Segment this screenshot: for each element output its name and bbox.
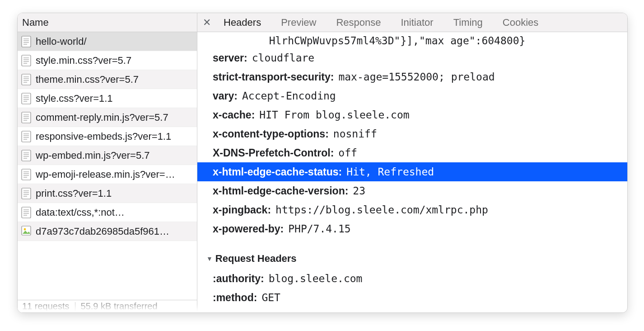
header-key: x-html-edge-cache-version: [213,184,348,198]
headers-body: xxxxxxxxxHlrhCWpWuvps57ml4%3D"}],"max_ag… [197,32,627,312]
name-column-header[interactable]: Name [18,13,197,32]
document-file-icon [21,93,31,104]
request-list-pane: Name hello-world/style.min.css?ver=5.7th… [18,13,197,312]
svg-rect-35 [22,169,31,180]
tab-response[interactable]: Response [326,17,391,28]
header-row[interactable]: strict-transport-security:max-age=155520… [213,67,627,86]
header-value: max-age=15552000; preload [338,70,495,84]
header-row[interactable]: x-powered-by:PHP/7.4.15 [213,219,627,238]
header-key: vary: [213,89,238,103]
header-row[interactable]: x-cache:HIT From blog.sleele.com [213,105,627,124]
request-label: style.css?ver=1.1 [36,93,113,104]
document-file-icon [21,36,31,47]
header-key: strict-transport-security: [213,70,334,84]
request-label: hello-world/ [36,36,87,47]
header-value: GET [261,291,280,304]
triangle-down-icon: ▼ [206,255,213,262]
devtools-window: Name hello-world/style.min.css?ver=5.7th… [17,13,628,313]
header-value: Hit, Refreshed [346,165,434,179]
header-row[interactable]: server:cloudflare [213,48,627,67]
request-list: hello-world/style.min.css?ver=5.7theme.m… [18,32,197,300]
request-label: wp-emoji-release.min.js?ver=… [36,169,175,180]
svg-rect-40 [22,188,31,199]
header-row[interactable]: X-DNS-Prefetch-Control:off [213,143,627,162]
request-headers-title: Request Headers [215,253,297,265]
header-row[interactable]: x-pingback:https://blog.sleele.com/xmlrp… [213,200,627,219]
document-file-icon [21,150,31,161]
header-value: nosniff [333,127,377,141]
header-row[interactable]: :authority:blog.sleele.com [213,269,627,288]
header-row[interactable]: x-content-type-options:nosniff [213,124,627,143]
header-key: :method: [213,291,257,304]
header-key: x-content-type-options: [213,127,329,141]
request-row[interactable]: theme.min.css?ver=5.7 [18,70,197,89]
request-row[interactable]: style.css?ver=1.1 [18,89,197,108]
header-value: blog.sleele.com [269,272,363,285]
header-key: :authority: [213,272,264,285]
details-pane: ✕ HeadersPreviewResponseInitiatorTimingC… [197,13,627,312]
truncated-header-line: xxxxxxxxxHlrhCWpWuvps57ml4%3D"}],"max_ag… [213,35,627,47]
tab-initiator[interactable]: Initiator [391,17,443,28]
document-file-icon [21,74,31,85]
document-file-icon [21,169,31,180]
svg-rect-30 [22,150,31,161]
tab-timing[interactable]: Timing [443,17,493,28]
header-value: HIT From blog.sleele.com [259,108,409,122]
svg-rect-25 [22,131,31,142]
status-bar: 11 requests 55.9 kB transferred [18,300,197,312]
request-row[interactable]: wp-embed.min.js?ver=5.7 [18,146,197,165]
header-value: cloudflare [252,51,314,65]
svg-rect-10 [22,74,31,85]
request-row[interactable]: d7a973c7dab26985da5f961… [18,222,197,241]
request-row[interactable]: responsive-embeds.js?ver=1.1 [18,127,197,146]
header-key: x-pingback: [213,203,271,217]
request-row[interactable]: print.css?ver=1.1 [18,184,197,203]
header-value: https://blog.sleele.com/xmlrpc.php [275,203,488,217]
response-headers-list: server:cloudflarestrict-transport-securi… [213,48,627,238]
request-headers-list: :authority:blog.sleele.com:method:GET [213,269,627,307]
tabs-container: HeadersPreviewResponseInitiatorTimingCoo… [214,17,548,28]
request-label: print.css?ver=1.1 [36,188,112,199]
request-label: responsive-embeds.js?ver=1.1 [36,131,171,142]
header-value: off [338,146,357,160]
tab-cookies[interactable]: Cookies [493,17,548,28]
header-row[interactable]: :method:GET [213,288,627,307]
request-label: comment-reply.min.js?ver=5.7 [36,112,168,123]
svg-rect-0 [22,36,31,47]
header-value: 23 [353,184,365,198]
request-label: d7a973c7dab26985da5f961… [36,226,169,237]
request-label: style.min.css?ver=5.7 [36,55,131,66]
request-row[interactable]: wp-emoji-release.min.js?ver=… [18,165,197,184]
request-row[interactable]: comment-reply.min.js?ver=5.7 [18,108,197,127]
header-key: server: [213,51,247,65]
request-headers-section[interactable]: ▼ Request Headers [206,253,627,265]
close-icon[interactable]: ✕ [200,17,214,28]
image-file-icon [21,226,31,237]
header-row[interactable]: vary:Accept-Encoding [213,86,627,105]
header-row[interactable]: x-html-edge-cache-version:23 [213,181,627,200]
document-file-icon [21,207,31,218]
tab-headers[interactable]: Headers [214,17,271,28]
header-key: x-powered-by: [213,222,284,236]
request-row[interactable]: style.min.css?ver=5.7 [18,51,197,70]
status-separator [75,302,75,311]
header-key: x-cache: [213,108,255,122]
svg-rect-20 [22,112,31,123]
svg-rect-5 [22,55,31,66]
status-transferred: 55.9 kB transferred [81,301,158,312]
tab-preview[interactable]: Preview [271,17,326,28]
request-label: theme.min.css?ver=5.7 [36,74,139,85]
request-label: data:text/css,*:not… [36,207,125,218]
request-row[interactable]: data:text/css,*:not… [18,203,197,222]
request-label: wp-embed.min.js?ver=5.7 [36,150,150,161]
status-requests-count: 11 requests [22,301,70,312]
header-value: Accept-Encoding [242,89,336,103]
document-file-icon [21,131,31,142]
request-row[interactable]: hello-world/ [18,32,197,51]
details-tabbar: ✕ HeadersPreviewResponseInitiatorTimingC… [197,13,627,32]
document-file-icon [21,188,31,199]
svg-rect-15 [22,93,31,104]
header-row[interactable]: x-html-edge-cache-status:Hit, Refreshed [197,162,627,181]
header-key: X-DNS-Prefetch-Control: [213,146,334,160]
document-file-icon [21,55,31,66]
